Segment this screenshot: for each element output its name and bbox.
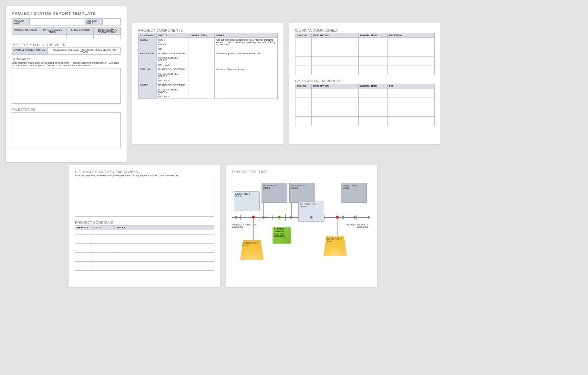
table-row bbox=[295, 107, 435, 117]
status-legend: ROADBLOCK / OVERAGE | POTENTIAL RISKS / … bbox=[48, 48, 121, 55]
milestone-box-5: MILESTONE 5 Details bbox=[341, 183, 367, 203]
milestone-stem bbox=[291, 203, 292, 217]
mgr-cell[interactable] bbox=[12, 35, 39, 39]
components-heading: PROJECT COMPONENTS bbox=[138, 28, 278, 32]
milestone-box-1: MILESTONE 1 Details bbox=[234, 191, 260, 211]
timeline-diagram: MILESTONE 1 Details MILESTONE 2 Details … bbox=[232, 176, 371, 279]
table-row bbox=[75, 271, 214, 275]
table-row: BUDGET OVER – UNDER – ON Call out highli… bbox=[139, 38, 278, 51]
period-header: PERIOD COVERED bbox=[66, 28, 93, 35]
table-row bbox=[75, 230, 214, 234]
tick-icon bbox=[273, 215, 273, 220]
project-name-cell[interactable] bbox=[30, 19, 85, 26]
project-name-label: PROJECT NAME bbox=[12, 19, 30, 26]
project-code-label: PROJECT CODE bbox=[85, 19, 103, 26]
status-week-heading: PROJECT STATUS THIS WEEK bbox=[12, 43, 121, 47]
page-timeline: PROJECT TIMELINE bbox=[226, 165, 377, 287]
milestone-box-3: MILESTONE 3 Details bbox=[289, 183, 315, 203]
mgr-header: PROJECT MANAGER bbox=[12, 28, 39, 35]
tick-icon bbox=[234, 214, 234, 221]
highlights-box[interactable] bbox=[75, 178, 214, 217]
table-row bbox=[75, 257, 214, 262]
components-table: COMPONENT STATUS OWNER / TEAM NOTES BUDG… bbox=[138, 33, 278, 99]
risks-table: RISK NO. DESCRIPTION OWNER / TEAM FIX bbox=[295, 84, 435, 126]
table-row bbox=[295, 38, 435, 47]
summary-heading: SUMMARY bbox=[12, 57, 121, 61]
col-notes: NOTES bbox=[215, 33, 278, 38]
period-cell[interactable] bbox=[66, 35, 93, 39]
table-row bbox=[75, 244, 214, 248]
table-row bbox=[75, 248, 214, 253]
tick-icon bbox=[260, 214, 260, 221]
tick-icon bbox=[331, 215, 331, 220]
milestone-box-2: MILESTONE 2 Details bbox=[262, 183, 287, 203]
roadblock-line bbox=[253, 218, 253, 240]
timeline-heading: PROJECT TIMELINE bbox=[232, 170, 371, 174]
tick-icon bbox=[240, 215, 241, 220]
milestone-dot-icon bbox=[353, 216, 356, 219]
milestone-dot-icon bbox=[342, 216, 344, 219]
table-row bbox=[295, 66, 435, 75]
project-name-table: PROJECT NAME PROJECT CODE bbox=[12, 18, 121, 26]
schedule-heading: PROJECT SCHEDULE bbox=[75, 221, 214, 224]
schedule-table: WEEK NO. STATUS DETAILS bbox=[75, 225, 214, 275]
milestone-dot-icon bbox=[234, 216, 237, 219]
table-row: TIMELINE ROADBLOCK / OVERAGE – POTENTIAL… bbox=[139, 67, 278, 83]
highlights-heading: HIGHLIGHTS AND KEY TAKEAWAYS bbox=[75, 170, 214, 174]
tick-icon bbox=[247, 215, 247, 220]
table-row bbox=[295, 57, 435, 66]
table-row: SCOPE ROADBLOCK / OVERAGE – POTENTIAL RI… bbox=[139, 83, 278, 99]
start-caption: PROJECT START DATE 00/00/0000 bbox=[232, 224, 258, 228]
work-heading: WORK ACCOMPLISHED bbox=[295, 28, 435, 32]
tick-icon bbox=[356, 215, 357, 220]
milestone-stem bbox=[343, 203, 343, 217]
projdate-header: PROJECTED DATE OF COMPLETION bbox=[93, 28, 120, 35]
work-table: TASK NO. DESCRIPTION OWNER / TEAM RECEPT… bbox=[295, 33, 435, 75]
summary-help: Enter information here about overall sta… bbox=[12, 62, 121, 67]
tick-icon bbox=[266, 215, 266, 220]
col-status: STATUS bbox=[157, 33, 189, 38]
page-work-risks: WORK ACCOMPLISHED TASK NO. DESCRIPTION O… bbox=[289, 23, 440, 144]
tick-icon bbox=[350, 215, 350, 220]
table-row bbox=[75, 239, 214, 244]
page-title: PROJECT STATUS REPORT TEMPLATE bbox=[12, 11, 121, 16]
project-meta-table: PROJECT MANAGER DATE OF STATUS ENTRY PER… bbox=[12, 27, 121, 39]
end-caption: PROJECT END DATE 00/00/0000 bbox=[342, 224, 368, 228]
project-code-cell[interactable] bbox=[103, 19, 121, 26]
current-position-sticky: CURRENT TIMELINE POSITION 00/00/0000 bbox=[273, 227, 291, 244]
table-row bbox=[75, 234, 214, 239]
risks-heading: RISKS AND ROADBLOCKS bbox=[295, 79, 435, 83]
page-status-report: PROJECT STATUS REPORT TEMPLATE PROJECT N… bbox=[6, 6, 127, 162]
milestone-dot-icon bbox=[310, 216, 313, 219]
summary-box[interactable] bbox=[12, 68, 121, 104]
page-highlights-schedule: HIGHLIGHTS AND KEY TAKEAWAYS Bullets of … bbox=[69, 165, 220, 287]
current-line bbox=[279, 218, 279, 227]
highlights-help: Bullets of great work, who owns what, wh… bbox=[75, 174, 214, 177]
milestone-dot-icon bbox=[290, 216, 293, 219]
roadblock-flag-2: ROADBLOCK 2 Details bbox=[324, 236, 347, 256]
table-row bbox=[75, 266, 214, 271]
tick-icon bbox=[324, 215, 325, 220]
col-component: COMPONENT bbox=[139, 33, 157, 38]
overall-status-row: OVERALL PROJECT STATUS ROADBLOCK / OVERA… bbox=[12, 47, 121, 55]
milestone-stem bbox=[263, 203, 264, 217]
table-row: RESOURCES ROADBLOCK / OVERAGE – POTENTIA… bbox=[139, 51, 278, 67]
milestones-heading: MILESTONES bbox=[12, 108, 121, 111]
table-row bbox=[295, 117, 435, 126]
milestones-box[interactable] bbox=[12, 112, 121, 148]
col-owner: OWNER / TEAM bbox=[189, 33, 215, 38]
entry-cell[interactable] bbox=[39, 35, 66, 39]
roadblock-flag-1: ROADBLOCK 1 Details bbox=[240, 240, 263, 260]
projdate-cell[interactable] bbox=[93, 35, 120, 39]
roadblock-line bbox=[337, 218, 337, 236]
table-row bbox=[75, 262, 214, 266]
milestone-dot-icon bbox=[262, 216, 265, 219]
table-row bbox=[295, 89, 435, 98]
tick-icon bbox=[363, 214, 363, 221]
page-components: PROJECT COMPONENTS COMPONENT STATUS OWNE… bbox=[132, 23, 284, 144]
overall-status-label: OVERALL PROJECT STATUS bbox=[12, 48, 48, 55]
table-row bbox=[295, 98, 435, 107]
entry-header: DATE OF STATUS ENTRY bbox=[39, 28, 66, 35]
tick-icon bbox=[285, 214, 286, 221]
table-row bbox=[75, 253, 214, 257]
